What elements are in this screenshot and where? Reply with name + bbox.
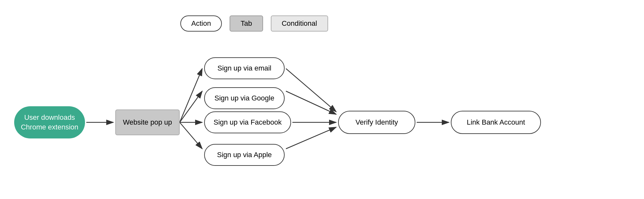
arrow-popup-to-apple: [180, 122, 202, 149]
apple-node: Sign up via Apple: [204, 144, 285, 166]
arrow-email-to-verify: [286, 69, 336, 112]
google-node-label: Sign up via Google: [214, 94, 274, 102]
arrow-google-to-verify: [286, 91, 336, 114]
google-node: Sign up via Google: [204, 87, 285, 109]
link-bank-node: Link Bank Account: [451, 111, 541, 134]
flow-diagram: User downloads Chrome extension Website …: [0, 55, 644, 190]
link-bank-node-label: Link Bank Account: [467, 118, 525, 127]
legend-action: Action: [180, 15, 222, 32]
legend-conditional: Conditional: [271, 15, 328, 32]
email-node-label: Sign up via email: [217, 64, 271, 72]
email-node: Sign up via email: [204, 57, 285, 79]
popup-node: Website pop up: [115, 109, 180, 135]
arrows-svg: [0, 55, 644, 190]
legend-tab: Tab: [230, 15, 263, 32]
start-node: User downloads Chrome extension: [14, 106, 85, 138]
legend: Action Tab Conditional: [180, 15, 328, 32]
legend-conditional-label: Conditional: [282, 19, 317, 27]
legend-tab-label: Tab: [241, 19, 252, 27]
verify-node: Verify Identity: [338, 111, 415, 134]
arrow-apple-to-verify: [286, 127, 336, 149]
verify-node-label: Verify Identity: [355, 118, 398, 127]
apple-node-label: Sign up via Apple: [217, 151, 272, 159]
arrow-popup-to-email: [180, 69, 202, 122]
facebook-node: Sign up via Facebook: [204, 111, 291, 133]
legend-action-label: Action: [191, 19, 211, 27]
facebook-node-label: Sign up via Facebook: [213, 118, 282, 127]
popup-node-label: Website pop up: [123, 118, 172, 127]
arrow-popup-to-google: [180, 91, 202, 122]
start-node-label: User downloads Chrome extension: [14, 113, 85, 132]
